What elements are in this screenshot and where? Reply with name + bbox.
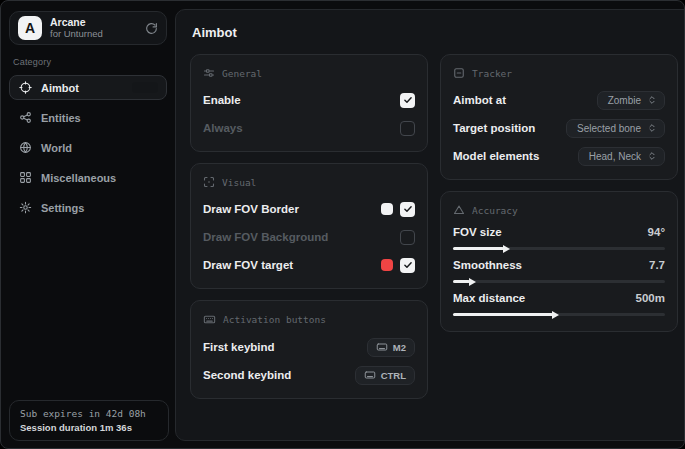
setting-row-second-keybind: Second keybind CTRL xyxy=(203,364,415,386)
sidebar-item-label: World xyxy=(41,142,72,154)
page-title: Aimbot xyxy=(192,25,678,40)
fov-size-slider[interactable] xyxy=(453,247,665,250)
setting-label: FOV size xyxy=(453,226,502,238)
app-subtitle: for Unturned xyxy=(50,29,137,39)
category-label: Category xyxy=(13,57,163,67)
sidebar: A Arcane for Unturned Category Aimbot xyxy=(1,1,175,448)
keybind-value: CTRL xyxy=(381,370,406,381)
setting-row-fov-border: Draw FOV Border xyxy=(203,198,415,220)
select-value: Selected bone xyxy=(577,123,641,134)
slider-fill xyxy=(453,313,553,316)
sidebar-item-settings[interactable]: Settings xyxy=(9,195,167,220)
fov-size-value: 94° xyxy=(648,226,665,238)
keyboard-icon xyxy=(203,313,216,326)
smoothness-slider[interactable] xyxy=(453,280,665,283)
setting-label: Aimbot at xyxy=(453,94,506,106)
sidebar-nav: Aimbot Entities World xyxy=(9,75,167,220)
always-checkbox[interactable] xyxy=(400,121,415,136)
sidebar-item-miscellaneous[interactable]: Miscellaneous xyxy=(9,165,167,190)
globe-icon xyxy=(19,141,32,154)
gear-icon xyxy=(19,201,32,214)
chevrons-up-down-icon xyxy=(647,123,657,133)
sidebar-item-label: Entities xyxy=(41,112,81,124)
scan-icon xyxy=(203,176,215,188)
select-value: Zombie xyxy=(608,95,641,106)
setting-label: Max distance xyxy=(453,292,525,304)
sidebar-item-label: Settings xyxy=(41,202,84,214)
slider-fill xyxy=(453,247,504,250)
grid-icon xyxy=(19,171,32,184)
session-duration-text: Session duration 1m 36s xyxy=(20,422,158,433)
card-title-visual: Visual xyxy=(222,177,256,188)
slider-row-fov-size: FOV size 94° xyxy=(453,226,665,250)
app-logo-card: A Arcane for Unturned xyxy=(9,11,167,45)
crosshair-icon xyxy=(19,81,32,94)
setting-label: Draw FOV target xyxy=(203,259,293,271)
aimbot-at-select[interactable]: Zombie xyxy=(597,91,665,110)
setting-row-first-keybind: First keybind M2 xyxy=(203,336,415,358)
setting-label: Draw FOV Background xyxy=(203,231,328,243)
fov-target-checkbox[interactable] xyxy=(400,258,415,273)
keyboard-icon xyxy=(376,341,388,353)
card-visual: Visual Draw FOV Border Draw FOV Backgrou… xyxy=(190,163,428,289)
card-title-tracker: Tracker xyxy=(472,68,512,79)
fov-border-color-swatch[interactable] xyxy=(381,203,393,215)
sidebar-item-entities[interactable]: Entities xyxy=(9,105,167,130)
slider-fill xyxy=(453,280,470,283)
model-elements-select[interactable]: Head, Neck xyxy=(578,147,665,166)
fov-background-checkbox[interactable] xyxy=(400,230,415,245)
subscription-info-box: Sub expires in 42d 08h Session duration … xyxy=(9,400,169,441)
box-dash-icon xyxy=(453,67,465,79)
max-distance-slider[interactable] xyxy=(453,313,665,316)
card-title-accuracy: Accuracy xyxy=(472,205,518,216)
setting-row-fov-background: Draw FOV Background xyxy=(203,226,415,248)
setting-row-always: Always xyxy=(203,117,415,139)
slider-thumb[interactable] xyxy=(469,278,476,286)
sidebar-item-world[interactable]: World xyxy=(9,135,167,160)
max-distance-value: 500m xyxy=(636,292,665,304)
active-item-hint xyxy=(132,82,158,93)
sidebar-item-label: Aimbot xyxy=(41,82,79,94)
enable-checkbox[interactable] xyxy=(400,93,415,108)
keybind-value: M2 xyxy=(393,342,406,353)
second-keybind-button[interactable]: CTRL xyxy=(355,366,415,385)
select-value: Head, Neck xyxy=(589,151,641,162)
setting-label: Enable xyxy=(203,94,241,106)
refresh-icon[interactable] xyxy=(145,22,158,35)
setting-row-model-elements: Model elements Head, Neck xyxy=(453,145,665,167)
fov-border-checkbox[interactable] xyxy=(400,202,415,217)
card-tracker: Tracker Aimbot at Zombie Target position xyxy=(440,54,678,180)
keyboard-icon xyxy=(364,369,376,381)
setting-label: First keybind xyxy=(203,341,275,353)
app-name: Arcane xyxy=(50,17,137,29)
setting-label: Model elements xyxy=(453,150,539,162)
sliders-icon xyxy=(203,67,215,79)
slider-thumb[interactable] xyxy=(503,245,510,253)
sub-expiry-text: Sub expires in 42d 08h xyxy=(20,408,158,419)
sidebar-item-label: Miscellaneous xyxy=(41,172,116,184)
setting-label: Always xyxy=(203,122,243,134)
triangle-icon xyxy=(453,204,465,216)
app-title-block: Arcane for Unturned xyxy=(50,17,137,39)
slider-thumb[interactable] xyxy=(552,311,559,319)
card-activation-buttons: Activation buttons First keybind M2 Seco… xyxy=(190,300,428,399)
app-logo: A xyxy=(18,16,42,40)
entities-icon xyxy=(19,111,32,124)
card-title-general: General xyxy=(222,68,262,79)
chevrons-up-down-icon xyxy=(647,151,657,161)
card-accuracy: Accuracy FOV size 94° xyxy=(440,191,678,332)
fov-target-color-swatch[interactable] xyxy=(381,259,393,271)
setting-row-fov-target: Draw FOV target xyxy=(203,254,415,276)
card-general: General Enable Always xyxy=(190,54,428,152)
smoothness-value: 7.7 xyxy=(649,259,665,271)
setting-label: Smoothness xyxy=(453,259,522,271)
chevrons-up-down-icon xyxy=(647,95,657,105)
first-keybind-button[interactable]: M2 xyxy=(367,338,415,357)
target-position-select[interactable]: Selected bone xyxy=(566,119,665,138)
setting-label: Target position xyxy=(453,122,535,134)
sidebar-item-aimbot[interactable]: Aimbot xyxy=(9,75,167,100)
main-panel: Aimbot General xyxy=(175,9,685,441)
setting-row-target-position: Target position Selected bone xyxy=(453,117,665,139)
setting-row-aimbot-at: Aimbot at Zombie xyxy=(453,89,665,111)
app-window: A Arcane for Unturned Category Aimbot xyxy=(0,0,685,449)
